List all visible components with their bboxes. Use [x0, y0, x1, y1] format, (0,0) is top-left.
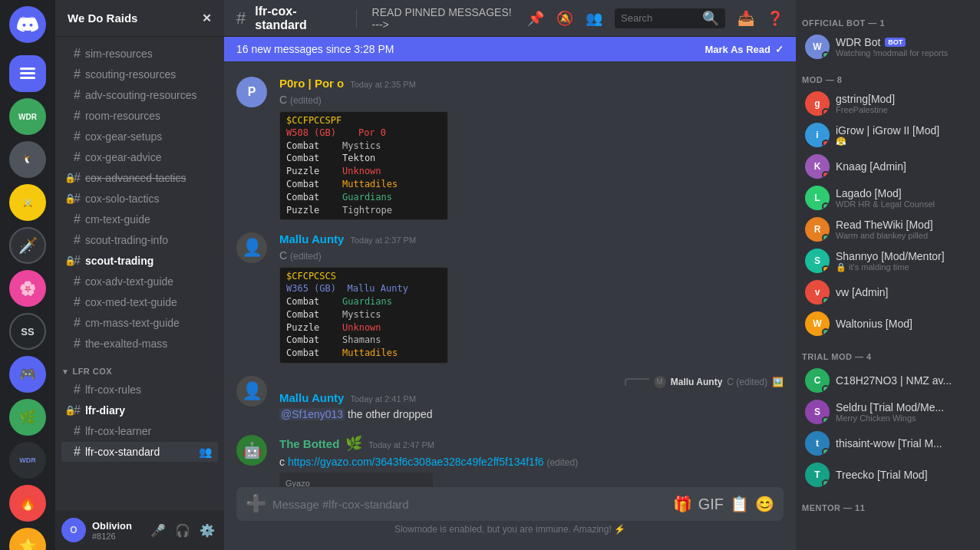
table-row: Combat Guardians [286, 191, 441, 204]
channel-item-adv-scouting-resources[interactable]: # adv-scouting-resources [61, 85, 218, 105]
gyazo-link[interactable]: https://gyazo.com/3643f6c308ae328c49fe2f… [288, 456, 544, 468]
channel-item-cox-med-text-guide[interactable]: # cox-med-text-guide [61, 292, 218, 312]
channel-item-lfr-cox-standard[interactable]: # lfr-cox-standard 👥 [61, 442, 218, 462]
member-item-seldru[interactable]: S Seldru [Trial Mod/Me... Merry Chicken … [799, 397, 977, 427]
inbox-icon[interactable]: 📥 [737, 10, 754, 27]
user-panel-icons: 🎤 🎧 ⚙️ [147, 520, 218, 541]
message-input[interactable] [272, 487, 667, 521]
discord-home-button[interactable] [9, 6, 46, 43]
server-icon-wdr-text[interactable]: WDR [9, 442, 46, 479]
channel-item-scouting-resources[interactable]: # scouting-resources [61, 64, 218, 84]
channel-name: lfr-cox-learner [85, 425, 151, 437]
message-content: M Mallu Aunty C (edited) 🖼️ Mallu Aunty … [279, 376, 784, 423]
channel-item-cox-adv-text-guide[interactable]: # cox-adv-text-guide [61, 272, 218, 291]
member-item-readthewiki[interactable]: R Read TheWiki [Mod] Warm and blankey pi… [799, 214, 977, 245]
search-icon[interactable]: 🔍 [702, 10, 719, 27]
pinned-message-link[interactable]: READ PINNED MESSAGES! ---> [372, 6, 518, 31]
message-author[interactable]: P0ro | Por o [279, 77, 344, 90]
channel-item-cox-gear-setups[interactable]: # cox-gear-setups [61, 127, 218, 147]
server-icon-6[interactable]: 🌸 [9, 270, 46, 307]
server-icon-2[interactable]: WDR [9, 98, 46, 135]
channel-item-the-exalted-mass[interactable]: # the-exalted-mass [61, 334, 218, 354]
member-item-c18[interactable]: C C18H27NO3 | NMZ av... [799, 365, 977, 396]
member-name: Knaag [Admin] [836, 160, 971, 173]
member-item-wdr-bot[interactable]: W WDR Bot BOT Watching !modmail for repo… [799, 31, 977, 62]
channel-item-room-resources[interactable]: # room-resources [61, 106, 218, 126]
channel-item-sim-resources[interactable]: # sim-resources [61, 44, 218, 64]
message-author[interactable]: Mallu Aunty [279, 232, 344, 245]
server-icon-10[interactable]: ⭐ [9, 528, 46, 550]
channel-item-cox-gear-advice[interactable]: # cox-gear-advice [61, 147, 218, 167]
server-icon-5[interactable]: 🗡️ [9, 227, 46, 264]
server-icon-9[interactable]: 🔥 [9, 485, 46, 522]
member-item-treecko[interactable]: T Treecko [Trial Mod] [799, 459, 977, 490]
message-table: $CCFPCCSPF W508 (GB) Por 0 Combat Mystic… [279, 111, 448, 221]
gif-icon[interactable]: GIF [698, 496, 724, 513]
member-item-vw[interactable]: v vw [Admin] [799, 277, 977, 308]
message-author[interactable]: Mallu Aunty [279, 391, 344, 404]
status-dot-online [822, 297, 830, 305]
mark-as-read-button[interactable]: Mark As Read ✓ [705, 44, 784, 55]
status-dot-dnd [822, 140, 830, 147]
headphones-icon[interactable]: 🎧 [172, 520, 193, 541]
message-author[interactable]: The Botted [279, 437, 339, 450]
help-icon[interactable]: ❓ [767, 10, 784, 27]
channel-title: lfr-cox-standard [255, 5, 340, 32]
channel-item-cm-mass-text-guide[interactable]: # cm-mass-text-guide [61, 313, 218, 333]
pin-icon[interactable]: 📌 [527, 10, 544, 27]
status-dot-online [822, 234, 830, 242]
search-box: 🔍 [615, 8, 725, 28]
emoji-icon[interactable]: 😊 [755, 495, 774, 513]
member-item-igrow[interactable]: i iGrow | iGrow II [Mod] 😤 [799, 120, 977, 150]
channel-item-scout-trading-info[interactable]: # scout-trading-info [61, 230, 218, 250]
channel-item-lfr-cox-learner[interactable]: # lfr-cox-learner [61, 421, 218, 441]
member-info: C18H27NO3 | NMZ av... [836, 374, 971, 387]
microphone-icon[interactable]: 🎤 [147, 520, 169, 541]
member-item-waltonius[interactable]: W Waltonius [Mod] [799, 308, 977, 339]
server-icon-4[interactable]: ⚔️ [9, 184, 46, 221]
avatar: g [805, 91, 830, 116]
new-messages-banner: 16 new messages since 3:28 PM Mark As Re… [224, 37, 796, 61]
message-header: Mallu Aunty Today at 2:41 PM [279, 391, 784, 404]
table-header: $CFCPCSCS [286, 271, 441, 282]
channel-name: lfr-diary [85, 404, 125, 417]
channel-item-cm-text-guide[interactable]: # cm-text-guide [61, 209, 218, 229]
bell-slash-icon[interactable]: 🔕 [556, 10, 573, 27]
search-input[interactable] [621, 12, 698, 24]
channel-item-scout-trading[interactable]: 🔒 # scout-trading [61, 251, 218, 271]
avatar: T [805, 463, 830, 487]
server-name: We Do Raids [68, 12, 137, 25]
message-timestamp: Today at 2:37 PM [350, 235, 416, 245]
member-item-lagado[interactable]: L Lagado [Mod] WDR HR & Legal Counsel [799, 183, 977, 213]
member-status: 😤 [836, 137, 971, 147]
category-lfr-cox[interactable]: ▼ LFR COX [55, 354, 224, 379]
table-row: Combat Tekton [286, 152, 441, 165]
server-header[interactable]: We Do Raids ✕ [55, 0, 224, 37]
member-item-knaag[interactable]: K Knaag [Admin] [799, 151, 977, 182]
channel-item-lfr-cox-rules[interactable]: # lfr-cox-rules [61, 380, 218, 400]
channel-item-cox-solo-tactics[interactable]: 🔒 # cox-solo-tactics [61, 189, 218, 209]
member-item-thisaint[interactable]: t thisaint-wow [Trial M... [799, 428, 977, 459]
sticker-icon[interactable]: 📋 [730, 495, 749, 513]
channel-item-lfr-diary[interactable]: 🔒 # lfr-diary [61, 400, 218, 420]
gift-icon[interactable]: 🎁 [673, 495, 692, 513]
hash-icon: # [74, 316, 81, 330]
server-icon-7[interactable]: 🎮 [9, 356, 46, 393]
member-item-gstring[interactable]: g gstring[Mod] FreePalestine [799, 88, 977, 119]
member-category-mentor: MENTOR — 11 [796, 491, 980, 515]
server-icon-ss[interactable]: SS [9, 313, 46, 350]
server-icon-3[interactable]: 🐧 [9, 141, 46, 178]
members-icon[interactable]: 👥 [586, 10, 602, 27]
channel-item-cox-advanced-tactics[interactable]: 🔒 # cox-advanced-tactics [61, 168, 218, 188]
svg-rect-0 [20, 72, 35, 74]
channel-hash-icon: # [236, 8, 246, 28]
table-row: Combat Muttadiles [286, 178, 441, 191]
member-item-shannyo[interactable]: S Shannyo [Mod/Mentor] 🔒 it's malding ti… [799, 245, 977, 276]
server-icon-8[interactable]: 🌿 [9, 399, 46, 436]
settings-icon[interactable]: ⚙️ [196, 520, 218, 541]
member-info: Waltonius [Mod] [836, 318, 971, 330]
message-header: Mallu Aunty Today at 2:37 PM [279, 232, 784, 245]
add-attachment-button[interactable]: ➕ [246, 494, 266, 514]
status-dot-dnd [822, 171, 830, 179]
server-icon-1[interactable] [9, 55, 46, 92]
